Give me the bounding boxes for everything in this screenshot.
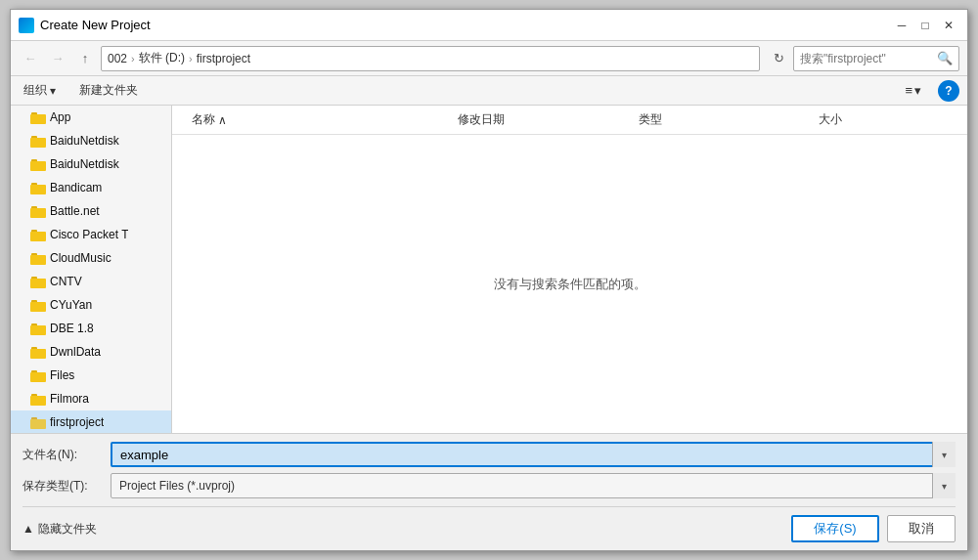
sidebar-item[interactable]: DwnlData xyxy=(11,340,171,364)
action-buttons: 保存(S) 取消 xyxy=(791,515,956,542)
sidebar-item-label: CNTV xyxy=(50,275,82,288)
search-icon: 🔍 xyxy=(937,51,953,65)
svg-rect-9 xyxy=(30,208,46,218)
col-header-size[interactable]: 大小 xyxy=(815,109,952,130)
svg-rect-27 xyxy=(30,419,46,429)
folder-icon xyxy=(30,251,46,265)
sidebar-item-label: CloudMusic xyxy=(50,251,111,265)
sidebar-item[interactable]: CYuYan xyxy=(11,293,171,317)
sidebar-item[interactable]: Bandicam xyxy=(11,176,171,199)
minimize-button[interactable]: ─ xyxy=(891,15,912,36)
search-bar[interactable]: 🔍 xyxy=(793,46,959,71)
sidebar-item-label: CYuYan xyxy=(50,298,92,312)
sidebar: AppBaiduNetdiskBaiduNetdiskBandicamBattl… xyxy=(11,106,172,433)
forward-button[interactable]: → xyxy=(46,47,69,70)
filetype-select[interactable]: Project Files (*.uvproj) xyxy=(111,473,956,498)
col-header-date[interactable]: 修改日期 xyxy=(454,109,634,130)
folder-icon xyxy=(30,228,46,241)
refresh-button[interactable]: ↻ xyxy=(768,48,789,69)
sidebar-item[interactable]: Filmora xyxy=(11,387,171,410)
dialog-title: Create New Project xyxy=(40,18,891,32)
sidebar-item-label: firstproject xyxy=(50,415,104,429)
sidebar-item-label: Cisco Packet T xyxy=(50,228,128,241)
sidebar-item-label: Files xyxy=(50,368,74,382)
organize-arrow: ▾ xyxy=(50,84,56,98)
folder-icon xyxy=(30,181,46,194)
filename-label: 文件名(N): xyxy=(22,447,111,463)
filename-input[interactable] xyxy=(111,442,956,467)
svg-rect-5 xyxy=(30,161,46,171)
sidebar-item[interactable]: App xyxy=(11,106,171,129)
sidebar-item[interactable]: CloudMusic xyxy=(11,246,171,270)
action-row: ▲ 隐藏文件夹 保存(S) 取消 xyxy=(22,506,956,542)
sidebar-item-label: BaiduNetdisk xyxy=(50,134,119,148)
sidebar-item-label: Bandicam xyxy=(50,181,102,194)
folder-icon xyxy=(30,392,46,406)
sidebar-item-label: Battle.net xyxy=(50,204,100,218)
col-date-label: 修改日期 xyxy=(458,111,505,128)
sidebar-item[interactable]: CNTV xyxy=(11,270,171,293)
filename-dropdown-button[interactable]: ▾ xyxy=(932,442,956,467)
organize-button[interactable]: 组织 ▾ xyxy=(19,79,61,102)
help-button[interactable]: ? xyxy=(938,80,959,102)
svg-rect-17 xyxy=(30,302,46,312)
view-button[interactable]: ≡ ▾ xyxy=(900,80,926,101)
save-button[interactable]: 保存(S) xyxy=(791,515,879,542)
col-size-label: 大小 xyxy=(819,111,842,128)
col-name-arrow: ∧ xyxy=(218,113,227,127)
folder-icon xyxy=(30,204,46,218)
sidebar-item[interactable]: firstproject xyxy=(11,410,171,433)
filetype-row: 保存类型(T): Project Files (*.uvproj) ▾ xyxy=(22,473,956,498)
up-button[interactable]: ↑ xyxy=(73,47,97,70)
hide-folder-button[interactable]: ▲ 隐藏文件夹 xyxy=(22,521,97,538)
content-body: 没有与搜索条件匹配的项。 xyxy=(172,135,967,433)
sidebar-item-label: App xyxy=(50,110,70,124)
column-headers: 名称 ∧ 修改日期 类型 大小 xyxy=(172,106,967,135)
col-name-label: 名称 xyxy=(192,111,215,128)
folder-icon xyxy=(30,415,46,429)
filename-row: 文件名(N): ▾ xyxy=(22,442,956,467)
sidebar-item[interactable]: BaiduNetdisk xyxy=(11,152,171,176)
title-bar: Create New Project ─ □ ✕ xyxy=(11,10,967,41)
svg-rect-15 xyxy=(30,279,46,288)
back-button[interactable]: ← xyxy=(19,47,42,70)
sidebar-item-label: Filmora xyxy=(50,392,89,406)
sidebar-item[interactable]: BaiduNetdisk xyxy=(11,129,171,152)
sidebar-item[interactable]: DBE 1.8 xyxy=(11,317,171,340)
cancel-button[interactable]: 取消 xyxy=(887,515,956,542)
organize-label: 组织 xyxy=(23,82,47,99)
folder-icon xyxy=(30,157,46,171)
sidebar-item[interactable]: Battle.net xyxy=(11,199,171,223)
view-arrow: ▾ xyxy=(914,83,921,98)
folder-icon xyxy=(30,275,46,288)
breadcrumb-drive: 软件 (D:) xyxy=(139,50,185,66)
window-controls: ─ □ ✕ xyxy=(891,15,959,36)
create-new-project-dialog: Create New Project ─ □ ✕ ← → ↑ 002 › 软件 … xyxy=(10,9,968,551)
svg-rect-25 xyxy=(30,396,46,406)
col-header-type[interactable]: 类型 xyxy=(635,109,815,130)
maximize-button[interactable]: □ xyxy=(914,15,936,36)
breadcrumb-002: 002 xyxy=(108,52,127,65)
main-area: AppBaiduNetdiskBaiduNetdiskBandicamBattl… xyxy=(11,106,967,433)
svg-rect-1 xyxy=(30,114,46,124)
secondary-toolbar: 组织 ▾ 新建文件夹 ≡ ▾ ? xyxy=(11,76,967,106)
breadcrumb-firstproject: firstproject xyxy=(197,52,250,65)
new-folder-button[interactable]: 新建文件夹 xyxy=(72,79,145,102)
folder-icon xyxy=(30,368,46,382)
search-input[interactable] xyxy=(800,52,933,65)
col-type-label: 类型 xyxy=(639,111,662,128)
filetype-label: 保存类型(T): xyxy=(22,478,111,495)
address-bar[interactable]: 002 › 软件 (D:) › firstproject xyxy=(101,46,760,71)
col-header-name[interactable]: 名称 ∧ xyxy=(188,109,454,130)
sidebar-item-label: DBE 1.8 xyxy=(50,322,94,335)
sidebar-item-label: DwnlData xyxy=(50,345,101,359)
sidebar-item[interactable]: Cisco Packet T xyxy=(11,223,171,246)
svg-rect-23 xyxy=(30,372,46,382)
hide-folder-icon: ▲ xyxy=(22,522,34,536)
address-toolbar: ← → ↑ 002 › 软件 (D:) › firstproject ↻ 🔍 xyxy=(11,41,967,76)
hide-folder-label: 隐藏文件夹 xyxy=(38,521,97,538)
filename-input-wrap: ▾ xyxy=(111,442,956,467)
svg-rect-19 xyxy=(30,325,46,335)
sidebar-item[interactable]: Files xyxy=(11,364,171,387)
close-button[interactable]: ✕ xyxy=(938,15,959,36)
